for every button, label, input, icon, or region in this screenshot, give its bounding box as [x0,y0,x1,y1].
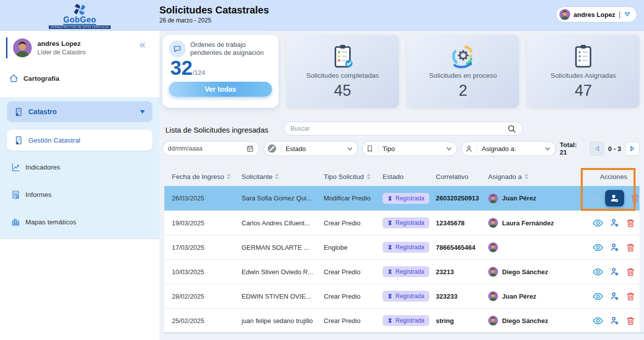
column-header-asignado[interactable]: Asignado a [488,173,588,180]
pending-orders-card: Órdenes de trabajo pendientes de asignac… [162,35,278,108]
assign-user-icon[interactable] [610,218,620,228]
sidebar-item-mapas-tematicos[interactable]: Mapas temáticos [11,217,152,227]
sort-icon[interactable] [524,173,528,179]
pagination-next-button[interactable] [625,142,640,156]
app-logo[interactable]: GobGeo INFRAESTRUCTURA DE DATOS ESPACIAL… [0,0,159,31]
table-row[interactable]: 28/02/2025 EDWIN STIVEN OVIE... Crear Pr… [164,284,640,308]
page-title: Solicitudes Catastrales [159,4,269,16]
estado-filter-select[interactable]: Estado [263,141,358,156]
assigned-label: Solicitudes Asignadas [551,72,616,79]
date-input[interactable] [168,145,246,152]
assign-user-icon[interactable] [610,242,620,252]
completed-label: Solicitudes completadas [306,72,379,79]
cell-fecha: 17/03/2025 [172,244,242,251]
delete-icon[interactable] [626,316,635,326]
sidebar-user-card: andres Lopez Líder de Catastro « [6,37,159,58]
logo-tagline: INFRAESTRUCTURA DE DATOS ESPACIALES [49,25,111,29]
table-row[interactable]: 10/03/2025 Edwin Stiven Oviedo R... Crea… [164,259,640,284]
assigned-requests-card: Solicitudes Asignadas 47 [527,35,640,108]
tipo-filter-select[interactable]: Tipo [362,141,457,156]
asignado-filter-select[interactable]: Asignado a: [461,141,555,156]
view-icon[interactable] [593,242,603,253]
date-filter [162,141,259,156]
assignee-avatar [488,218,498,228]
table-row[interactable]: 19/03/2025 Carlos Andres Cifuent... Crea… [164,210,640,235]
cell-estado: Registrada [383,315,436,326]
sort-icon[interactable] [275,173,279,179]
sidebar-item-informes[interactable]: Informes [11,190,152,199]
cell-asignado: Juan Pérez [488,291,588,301]
total-count: Total: 21 [560,141,586,156]
calendar-icon[interactable] [246,145,254,153]
view-icon[interactable] [593,218,603,228]
column-header-tipo[interactable]: Tipo Solicitud [324,173,383,180]
search-bar [284,122,523,136]
building-gear-icon [14,136,23,145]
view-icon[interactable] [593,291,603,302]
column-header-estado: Estado [383,173,436,180]
cell-fecha: 25/02/2025 [172,317,242,325]
table-row[interactable]: 17/03/2025 GERMAN SOLARTE ... Englobe Re… [164,235,640,259]
completed-requests-card: Solicitudes completadas 45 [286,35,399,108]
report-document-icon [11,190,20,199]
cell-estado: Registrada [383,193,436,204]
process-gear-icon [450,43,477,69]
view-icon[interactable] [593,316,603,326]
sidebar-item-label: Gestión Catastral [28,137,80,144]
cell-solicitante: Edwin Stiven Oviedo R... [242,268,324,276]
delete-icon[interactable] [626,267,635,277]
user-accent-bar [6,37,7,58]
chevron-down-icon[interactable] [624,12,631,17]
table-header-row: Fecha de Ingreso Solicitante Tipo Solici… [164,167,640,186]
caret-down-icon [139,110,145,114]
sidebar-catastro-panel: Catastro Gestión Catastral Indicadores [0,97,159,239]
pagination-prev-button[interactable] [590,142,604,156]
chat-bubble-icon [169,40,186,57]
cell-solicitante: GERMAN SOLARTE ... [242,244,324,251]
table-bottom-divider [164,333,644,334]
table-row[interactable]: 26/03/2025 Sara Sofia Gomez Qui... Modif… [164,186,640,210]
cell-tipo: Crear Predio [324,268,383,276]
column-header-fecha[interactable]: Fecha de Ingreso [172,173,242,180]
cell-fecha: 26/03/2025 [172,194,242,202]
sidebar-item-gestion-catastral[interactable]: Gestión Catastral [7,130,152,151]
table-row[interactable]: 25/02/2025 juan felipe sedano trujillo C… [164,308,640,333]
column-header-solicitante[interactable]: Solicitante [242,173,324,180]
cell-correlativo: 23213 [436,268,488,276]
delete-icon[interactable] [626,292,635,301]
person-icon [465,145,473,153]
sidebar-item-cartografia[interactable]: Cartografía [9,74,59,83]
sort-icon[interactable] [227,173,231,179]
sidebar-item-catastro[interactable]: Catastro [7,101,152,122]
sidebar-collapse-icon[interactable]: « [139,39,145,50]
search-input[interactable] [290,125,507,132]
delete-icon[interactable] [626,218,635,228]
sidebar: andres Lopez Líder de Catastro « Cartogr… [0,31,159,340]
in-process-value: 2 [459,82,467,100]
cell-correlativo: 260320250913 [436,194,488,202]
assign-user-button[interactable] [605,190,624,206]
pending-orders-value: 32 [170,57,193,78]
view-icon[interactable] [588,193,599,203]
assign-user-icon[interactable] [610,267,620,277]
ver-todas-button[interactable]: Ver todas [169,82,272,97]
user-name: andres Lopez [574,11,616,18]
top-header: GobGeo INFRAESTRUCTURA DE DATOS ESPACIAL… [0,0,644,31]
cell-tipo: Crear Predio [324,293,383,300]
status-badge: Registrada [383,217,429,228]
divider [378,145,379,153]
assign-user-icon[interactable] [610,316,620,326]
status-circle-icon [267,144,277,154]
cell-asignado [488,242,588,252]
cell-fecha: 28/02/2025 [172,293,242,300]
delete-icon[interactable] [631,193,640,203]
cell-correlativo: string [436,317,488,325]
sidebar-item-indicadores[interactable]: Indicadores [11,163,152,172]
sort-icon[interactable] [367,173,371,179]
view-icon[interactable] [593,267,603,277]
delete-icon[interactable] [626,243,635,252]
user-menu-chip[interactable]: andres Lopez | [556,6,637,22]
search-icon[interactable] [507,124,516,134]
assign-user-icon[interactable] [610,291,620,301]
chart-icon [11,163,20,172]
